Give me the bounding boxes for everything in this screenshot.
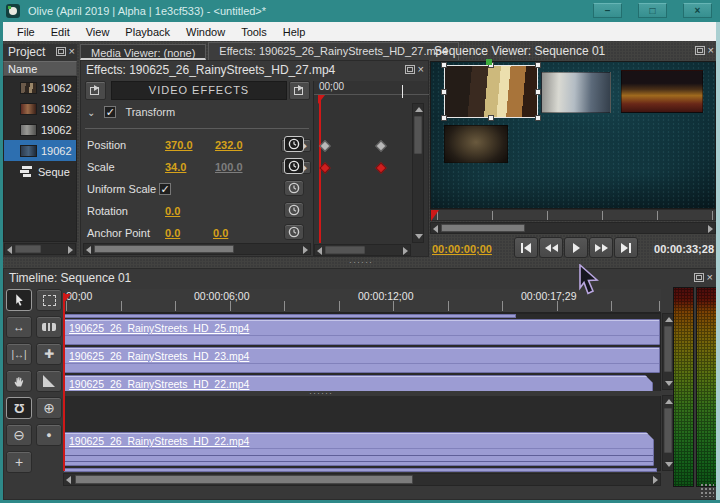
minimize-button[interactable]: – xyxy=(593,3,622,18)
close-panel-icon[interactable]: × xyxy=(69,47,75,56)
play-button[interactable] xyxy=(564,237,588,258)
keyframe-diamond-position[interactable] xyxy=(319,140,330,151)
float-panel-icon[interactable] xyxy=(56,47,66,56)
keyframe-clock-icon[interactable] xyxy=(284,158,304,174)
tab-effects[interactable]: Effects: 190625_26_RainyStreets_HD_27.mp… xyxy=(208,42,459,60)
effects-horizontal-scrollbar[interactable] xyxy=(83,243,311,255)
track-splitter[interactable] xyxy=(63,391,661,396)
menu-file[interactable]: File xyxy=(9,24,43,40)
viewer-playhead[interactable] xyxy=(431,210,439,221)
edit-select-tool-icon[interactable] xyxy=(36,289,62,311)
resize-handle[interactable] xyxy=(535,115,541,121)
float-panel-icon[interactable] xyxy=(695,46,705,55)
keyframe-diamond-scale[interactable] xyxy=(375,162,386,173)
chevron-down-icon[interactable]: ⌄ xyxy=(87,107,95,118)
tab-media-viewer[interactable]: Media Viewer: (none) xyxy=(80,44,206,60)
ripple-tool-icon[interactable]: ↔ xyxy=(6,316,32,338)
clip-overlay[interactable] xyxy=(621,70,703,113)
clip-strip[interactable] xyxy=(64,468,657,472)
list-item[interactable]: 19062 xyxy=(4,119,76,140)
resize-grip[interactable] xyxy=(700,483,714,497)
menu-help[interactable]: Help xyxy=(275,24,314,40)
list-item-selected[interactable]: 19062 xyxy=(4,140,76,161)
float-panel-icon[interactable] xyxy=(694,273,704,282)
transform-group-header[interactable]: ⌄ ✓ Transform xyxy=(87,106,175,118)
timeline-clip-v1[interactable]: 190625_26_RainyStreets_HD_22.mp4 xyxy=(64,375,653,392)
slide-tool-icon[interactable]: ✚ xyxy=(36,343,62,365)
uniform-scale-checkbox[interactable]: ✓ xyxy=(159,183,171,195)
project-name-column-header[interactable]: Name xyxy=(3,61,77,76)
snapping-magnet-icon[interactable]: Ω xyxy=(6,397,32,419)
viewer-horizontal-scrollbar[interactable] xyxy=(430,222,716,234)
horizontal-splitter[interactable]: ······ xyxy=(349,260,373,264)
close-button[interactable]: × xyxy=(683,3,712,18)
viewer-ruler[interactable] xyxy=(430,209,716,221)
timeline-ruler[interactable]: 00;00 00:00:06;00 00:00:12;00 00:00:17;2… xyxy=(63,289,661,313)
anchor-y-value[interactable]: 0.0 xyxy=(213,227,263,239)
keyframe-diamond-scale[interactable] xyxy=(319,162,330,173)
pointer-tool-icon[interactable] xyxy=(6,289,32,311)
list-item-sequence[interactable]: Seque xyxy=(4,161,76,182)
current-timecode[interactable]: 00:00:00;00 xyxy=(432,243,492,255)
keyframe-diamond-position[interactable] xyxy=(375,140,386,151)
clip-overlay[interactable] xyxy=(444,125,508,163)
resize-handle[interactable] xyxy=(535,89,541,95)
skip-to-start-button[interactable] xyxy=(514,237,538,258)
timeline-playhead[interactable] xyxy=(63,293,65,471)
timeline-clip-v2[interactable]: 190625_26_RainyStreets_HD_23.mp4 xyxy=(64,347,660,373)
anchor-dot[interactable] xyxy=(486,59,492,65)
skip-to-end-button[interactable] xyxy=(614,237,638,258)
list-item[interactable]: 19062 xyxy=(4,98,76,119)
resize-handle[interactable] xyxy=(441,62,447,68)
resize-handle[interactable] xyxy=(441,89,447,95)
resize-handle[interactable] xyxy=(535,62,541,68)
add-tool-icon[interactable]: + xyxy=(6,451,32,473)
close-panel-icon[interactable]: × xyxy=(707,273,713,282)
keyframe-clock-icon[interactable] xyxy=(284,136,304,152)
menu-tools[interactable]: Tools xyxy=(233,24,275,40)
list-item[interactable]: 19062 xyxy=(4,77,76,98)
scale-x-value[interactable]: 34.0 xyxy=(165,161,215,173)
zoom-out-tool-icon[interactable]: ⊖ xyxy=(6,424,32,446)
rotation-value[interactable]: 0.0 xyxy=(165,205,215,217)
keyframe-horizontal-scrollbar[interactable] xyxy=(314,244,411,256)
zoom-in-tool-icon[interactable]: ⊕ xyxy=(36,397,62,419)
anchor-x-value[interactable]: 0.0 xyxy=(165,227,213,239)
add-effect-icon[interactable] xyxy=(85,81,106,100)
keyframe-vertical-scrollbar[interactable] xyxy=(412,103,424,243)
title-bar[interactable]: Olive (April 2019 | Alpha | 1e3cf533) - … xyxy=(0,0,720,22)
menu-edit[interactable]: Edit xyxy=(43,24,78,40)
razor-tool-icon[interactable] xyxy=(36,316,62,338)
rewind-button[interactable] xyxy=(539,237,563,258)
keyframe-clock-icon[interactable] xyxy=(284,224,304,240)
transition-tool-icon[interactable] xyxy=(36,370,62,392)
keyframe-clock-icon[interactable] xyxy=(284,202,304,218)
close-panel-icon[interactable]: × xyxy=(418,65,424,74)
project-horizontal-scrollbar[interactable] xyxy=(4,243,76,255)
viewer-canvas[interactable] xyxy=(430,61,716,209)
timeline-clip-v3[interactable]: 190625_26_RainyStreets_HD_25.mp4 xyxy=(64,319,660,345)
menu-window[interactable]: Window xyxy=(178,24,233,40)
resize-handle[interactable] xyxy=(441,115,447,121)
keyframe-pane[interactable]: 00;00 xyxy=(313,81,428,256)
position-y-value[interactable]: 232.0 xyxy=(215,139,265,151)
hand-tool-icon[interactable] xyxy=(6,370,32,392)
selected-clip-overlay[interactable] xyxy=(444,65,538,118)
keyframe-ruler[interactable]: 00;00 xyxy=(314,81,429,95)
menu-playback[interactable]: Playback xyxy=(117,24,178,40)
position-x-value[interactable]: 370.0 xyxy=(165,139,215,151)
float-panel-icon[interactable] xyxy=(405,65,415,74)
menu-view[interactable]: View xyxy=(78,24,118,40)
resize-handle[interactable] xyxy=(488,115,494,121)
fast-forward-button[interactable] xyxy=(589,237,613,258)
clip-overlay[interactable] xyxy=(541,72,611,113)
clip-strip[interactable] xyxy=(64,314,516,318)
close-panel-icon[interactable]: × xyxy=(708,46,714,55)
keyframe-clock-icon[interactable] xyxy=(284,180,304,196)
record-tool-icon[interactable]: ● xyxy=(36,424,62,446)
add-effect-icon[interactable] xyxy=(289,81,310,100)
timeline-horizontal-scrollbar[interactable] xyxy=(63,473,661,486)
slip-tool-icon[interactable]: |↔| xyxy=(6,343,32,365)
transform-enabled-checkbox[interactable]: ✓ xyxy=(104,106,116,118)
maximize-button[interactable]: □ xyxy=(638,3,667,18)
